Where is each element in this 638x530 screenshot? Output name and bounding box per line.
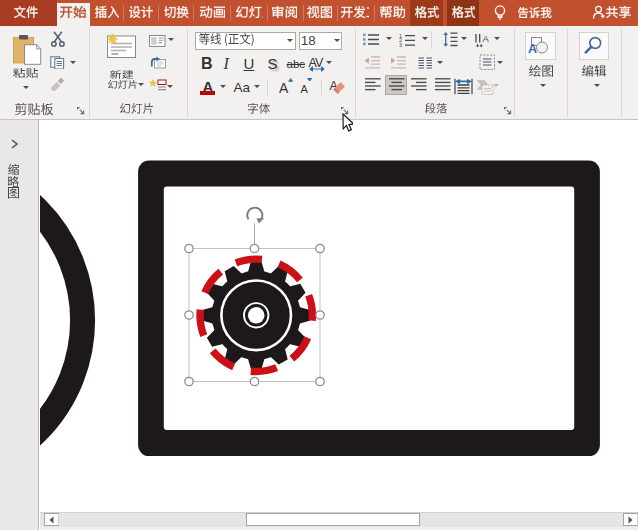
svg-text:A: A: [528, 41, 537, 54]
svg-text:3: 3: [399, 42, 402, 47]
svg-text:A: A: [482, 33, 489, 44]
